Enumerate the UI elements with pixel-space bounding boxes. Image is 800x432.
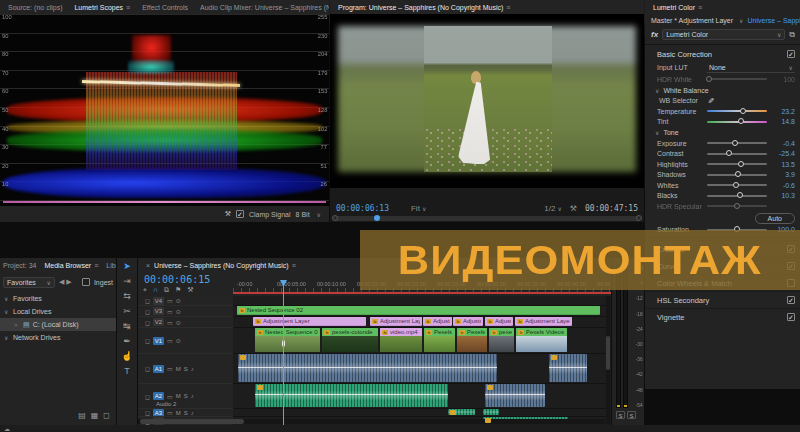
fx-badge-icon[interactable]: fx bbox=[459, 330, 465, 335]
lock-icon[interactable]: ◻ bbox=[145, 337, 150, 344]
fx-badge-icon[interactable]: fx bbox=[372, 319, 378, 324]
scrollbar-handle[interactable] bbox=[140, 419, 244, 424]
tab-audio-clip-mixer-universe-sapphires-no-copyright-music[interactable]: Audio Clip Mixer: Universe – Sapphires (… bbox=[200, 4, 329, 11]
track-select-tool[interactable]: ⇥ bbox=[117, 273, 137, 288]
volume-rubber-band[interactable] bbox=[485, 394, 545, 395]
razor-tool[interactable]: ✂ bbox=[117, 303, 137, 318]
nav-arrow-icon[interactable]: ▶ bbox=[66, 278, 71, 285]
favorites-select[interactable]: Favorites ∨ bbox=[3, 277, 55, 288]
clip-audio-clip[interactable] bbox=[448, 409, 475, 415]
lock-icon[interactable]: ◻ bbox=[145, 319, 150, 326]
tab-effect-controls[interactable]: Effect Controls bbox=[142, 4, 188, 11]
view-mode-icon[interactable]: ▤ bbox=[78, 411, 86, 420]
panel-menu-icon[interactable]: ≡ bbox=[292, 262, 296, 269]
ingest-checkbox[interactable] bbox=[82, 278, 90, 286]
checkbox-hsl-secondary[interactable]: ✓ bbox=[787, 296, 795, 304]
slider-handle[interactable] bbox=[732, 140, 738, 146]
toggle-track-output-icon[interactable]: ⊙ bbox=[176, 319, 181, 326]
tree-caret-icon[interactable]: > bbox=[14, 322, 20, 328]
slider-track[interactable] bbox=[707, 142, 767, 144]
pen-tool[interactable]: ✒ bbox=[117, 333, 137, 348]
tree-item-local-drives[interactable]: ∨Local Drives bbox=[0, 305, 116, 318]
fx-badge-icon[interactable]: fx bbox=[255, 319, 261, 324]
type-tool[interactable]: T bbox=[117, 363, 137, 378]
tree-caret-icon[interactable]: ∨ bbox=[4, 308, 10, 315]
track-badge-a1[interactable]: A1 bbox=[153, 365, 164, 373]
toggle-track-output-icon[interactable]: ⊙ bbox=[176, 308, 181, 315]
source-patch-icon[interactable]: ▭ bbox=[167, 297, 173, 304]
tree-item-network-drives[interactable]: ∨Network Drives bbox=[0, 331, 116, 344]
creative-cloud-icon[interactable]: ☁ bbox=[4, 425, 10, 432]
timeline-toolbar-icon[interactable]: ⚑ bbox=[175, 286, 181, 294]
slider-track[interactable] bbox=[707, 163, 767, 165]
panel-menu-icon[interactable]: ≡ bbox=[94, 262, 98, 269]
chevron-down-icon[interactable]: ∨ bbox=[317, 211, 321, 218]
tab-lumetri-scopes[interactable]: Lumetri Scopes≡ bbox=[74, 4, 130, 11]
clip-adjustment-layer[interactable]: fxAdjustment Layer bbox=[485, 317, 513, 326]
clip-audio-clip[interactable] bbox=[483, 409, 499, 415]
fx-badge-icon[interactable]: fx bbox=[257, 330, 263, 335]
fx-badge-icon[interactable] bbox=[551, 355, 557, 360]
lumetri-section-vignette[interactable]: Vignette✓ bbox=[645, 308, 800, 325]
lock-icon[interactable]: ◻ bbox=[145, 409, 150, 416]
effect-settings-icon[interactable]: ⧉ bbox=[789, 30, 795, 40]
fx-badge-icon[interactable]: fx bbox=[425, 319, 431, 324]
close-icon[interactable]: × bbox=[146, 262, 150, 269]
source-patch-icon[interactable]: ▭ bbox=[167, 308, 173, 315]
slider-track[interactable] bbox=[707, 110, 767, 112]
clip-adjustment-layer[interactable]: fxAdjustment Layer bbox=[453, 317, 483, 326]
fx-badge-icon[interactable] bbox=[450, 410, 456, 415]
tree-caret-icon[interactable]: ∨ bbox=[4, 334, 10, 341]
clip-pexels-videos-2-a-111[interactable]: fxPexels Videos 2(a)111 bbox=[516, 328, 567, 352]
lock-icon[interactable]: ◻ bbox=[145, 308, 150, 315]
tab-source-no-clips[interactable]: Source: (no clips) bbox=[8, 4, 62, 11]
clip-audio-clip[interactable] bbox=[238, 354, 497, 382]
timeline-toolbar-icon[interactable]: ∩ bbox=[153, 286, 158, 294]
tab-libr[interactable]: Libr bbox=[106, 262, 116, 269]
timeline-playhead[interactable] bbox=[283, 280, 284, 425]
fx-badge-icon[interactable] bbox=[487, 385, 493, 390]
slider-track[interactable] bbox=[707, 195, 767, 197]
zoom-level-select[interactable]: Fit bbox=[411, 204, 420, 213]
toggle-track-output-icon[interactable]: ⊙ bbox=[176, 297, 181, 304]
playback-resolution-select[interactable]: 1/2 bbox=[544, 204, 555, 213]
source-patch-icon[interactable]: ▭ bbox=[167, 393, 173, 400]
tree-item-c-local-disk[interactable]: >▤C: (Local Disk) bbox=[0, 318, 116, 331]
solo-left-button[interactable]: S bbox=[616, 411, 625, 419]
track-badge-v2[interactable]: V2 bbox=[153, 318, 164, 326]
auto-button[interactable]: Auto bbox=[755, 213, 795, 224]
ripple-edit-tool[interactable]: ⇆ bbox=[117, 288, 137, 303]
lock-icon[interactable]: ◻ bbox=[145, 365, 150, 372]
scrollbar-handle-right[interactable] bbox=[636, 215, 642, 221]
clip-adjustment-layer[interactable]: fxAdjustment Layer bbox=[423, 317, 452, 326]
scrollbar-handle[interactable] bbox=[606, 336, 610, 370]
fx-badge-icon[interactable] bbox=[240, 355, 246, 360]
solo-icon[interactable]: S bbox=[184, 410, 188, 416]
mute-icon[interactable]: M bbox=[176, 410, 181, 416]
source-patch-icon[interactable]: ▭ bbox=[167, 319, 173, 326]
timeline-toolbar-icon[interactable]: ⚒ bbox=[187, 286, 193, 294]
lock-icon[interactable]: ◻ bbox=[145, 297, 150, 304]
input-lut-select[interactable]: None ∨ bbox=[707, 63, 795, 73]
lumetri-section-hsl-secondary[interactable]: HSL Secondary✓ bbox=[645, 291, 800, 308]
fx-badge-icon[interactable]: fx bbox=[324, 330, 330, 335]
panel-menu-icon[interactable]: ≡ bbox=[698, 4, 702, 11]
selection-tool[interactable]: ➤ bbox=[117, 258, 137, 273]
slider-handle[interactable] bbox=[733, 182, 739, 188]
slider-handle[interactable] bbox=[738, 118, 744, 124]
tab-sequence[interactable]: × Universe – Sapphires (No Copyright Mus… bbox=[146, 262, 296, 269]
program-playhead[interactable] bbox=[374, 215, 380, 221]
eyedropper-icon[interactable]: ✎ bbox=[706, 97, 715, 104]
timeline-position-timecode[interactable]: 00:00:06:15 bbox=[144, 274, 210, 285]
slider-handle[interactable] bbox=[740, 108, 746, 114]
mute-icon[interactable]: M bbox=[176, 393, 181, 399]
effect-instance-select[interactable]: Lumetri Color ∨ bbox=[662, 29, 785, 40]
timeline-horizontal-scrollbar[interactable] bbox=[138, 419, 605, 424]
mic-icon[interactable]: ♪ bbox=[191, 410, 194, 416]
checkbox-vignette[interactable]: ✓ bbox=[787, 313, 795, 321]
program-settings-wrench-icon[interactable]: ⚒ bbox=[570, 204, 577, 213]
clip-pexels-cotonde[interactable]: fxpexels-cotonde bbox=[322, 328, 378, 352]
view-mode-icon[interactable]: ▦ bbox=[91, 411, 99, 420]
source-patch-icon[interactable]: ▭ bbox=[167, 409, 173, 416]
scrollbar-handle-left[interactable] bbox=[332, 215, 338, 221]
